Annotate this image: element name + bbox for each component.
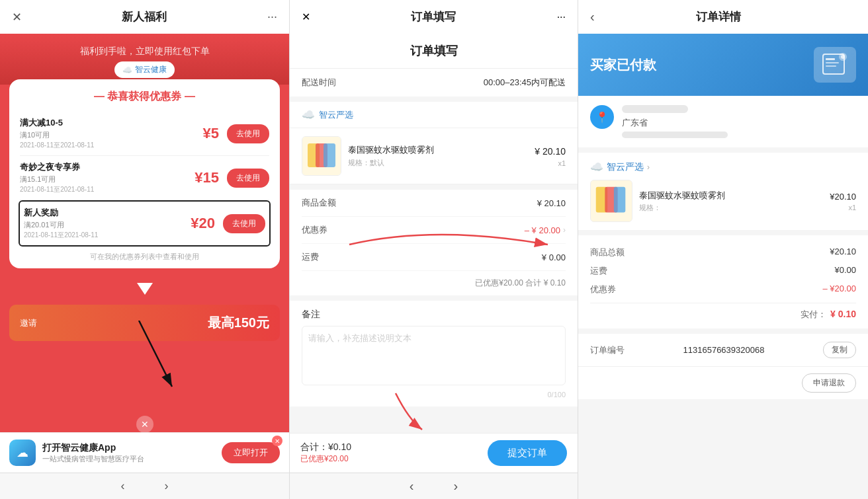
popup-hint: 可在我的优惠券列表中查看和使用: [20, 252, 269, 262]
coupon-item-1: 满大减10-5 满10可用 2021-08-11至2021-08-11 ¥5 去…: [20, 112, 269, 156]
coupon-amount-2: ¥15: [195, 169, 219, 186]
hero-area: 福利到手啦，立即使用红包下单 ☁️ 智云健康: [0, 34, 289, 85]
coupon-left-2: 奇妙之夜专享券 满15.1可用 2021-08-11至2021-08-11: [20, 161, 187, 194]
cost-subtotal-row: 商品总额 ¥20.10: [590, 243, 856, 262]
panel3-qty: x1: [830, 204, 856, 211]
shipping-row: 运费 ¥ 0.00: [302, 244, 566, 271]
use-btn-2[interactable]: 去使用: [227, 169, 269, 188]
refund-btn[interactable]: 申请退款: [802, 373, 856, 393]
app-logo[interactable]: ☁️ 智云健康: [114, 61, 175, 78]
app-banner-text: 打开智云健康App 一站式慢病管理与智慧医疗平台: [42, 442, 215, 464]
notes-textarea[interactable]: [302, 326, 566, 385]
panel2-merchant-name: 智云严选: [319, 109, 353, 121]
coupon-chevron: ›: [563, 225, 566, 235]
paid-banner: 买家已付款: [578, 34, 868, 96]
panel3-topbar: ‹ 订单详情: [578, 0, 868, 34]
panel3-product-row: 泰国驱蚊水驱蚊喷雾剂 规格： ¥20.10 x1: [590, 180, 856, 222]
cost-shipping-label: 运费: [590, 265, 607, 277]
buyer-info: 📍 广东省: [578, 96, 868, 153]
coupon-label: 优惠券: [302, 224, 327, 236]
paid-status: 买家已付款: [590, 56, 656, 74]
notes-label: 备注: [302, 309, 566, 321]
order-header: 订单填写: [290, 34, 578, 69]
coupon-amount-3: ¥20: [191, 215, 215, 232]
coupon-condition-3: 满20.01可用: [24, 220, 183, 230]
coupon-popup: — 恭喜获得优惠券 — 满大减10-5 满10可用 2021-08-11至202…: [9, 79, 280, 268]
banner-close-icon[interactable]: ✕: [272, 436, 282, 446]
panel3-product-price: ¥20.10 x1: [830, 190, 856, 211]
more-icon[interactable]: ···: [267, 10, 277, 24]
receipt-icon: [814, 47, 856, 83]
cost-subtotal-label: 商品总额: [590, 247, 625, 258]
coupon-value: – ¥ 20.00: [525, 225, 560, 235]
panel2-close-icon[interactable]: ✕: [302, 11, 310, 23]
cost-shipping-value: ¥0.00: [834, 265, 856, 277]
coupon-condition-2: 满15.1可用: [20, 174, 187, 184]
invite-area: 邀请 最高150元: [9, 305, 280, 341]
svg-rect-10: [826, 62, 839, 63]
pay-label: 实付：: [801, 309, 826, 321]
buyer-details: 广东省: [622, 105, 856, 138]
svg-rect-9: [826, 58, 835, 60]
invite-label: 邀请: [20, 317, 37, 329]
shipping-value: ¥ 0.00: [542, 252, 566, 262]
shipping-label: 运费: [302, 251, 319, 263]
coupon-name-1: 满大减10-5: [20, 117, 195, 129]
buyer-address-bar: [622, 132, 728, 138]
actual-pay-row: 实付： ¥ 0.10: [590, 303, 856, 321]
svg-rect-5: [324, 143, 335, 167]
notes-wrapper: 请输入，补充描述说明文本: [302, 326, 566, 388]
panel1-bottom-nav: ‹ ›: [0, 473, 289, 499]
panel3-product-info: 泰国驱蚊水驱蚊喷雾剂 规格：: [639, 190, 823, 213]
panel2-product-price: ¥ 20.10 x1: [535, 145, 566, 167]
subtotal-label: 商品金额: [302, 197, 336, 209]
coupon-condition-1: 满10可用: [20, 130, 195, 140]
copy-btn[interactable]: 复制: [823, 342, 856, 358]
use-btn-3[interactable]: 去使用: [223, 214, 265, 233]
coupon-row[interactable]: 优惠券 – ¥ 20.00 ›: [302, 217, 566, 244]
coupon-validity-3: 2021-08-11至2021-08-11: [24, 231, 183, 240]
delivery-time: 00:00–23:45内可配送: [484, 77, 566, 89]
panel2-more-icon[interactable]: ···: [557, 11, 566, 23]
footer-total-block: 合计：¥0.10 已优惠¥20.00: [300, 441, 351, 465]
coupon-amount-1: ¥5: [203, 125, 219, 142]
panel3-merchant-name[interactable]: ☁️ 智云严选 ›: [590, 161, 856, 173]
submit-order-btn[interactable]: 提交订单: [488, 440, 567, 466]
close-circle-btn[interactable]: ✕: [136, 416, 153, 433]
subtotal-row: 商品金额 ¥ 20.10: [302, 190, 566, 217]
order-footer: 合计：¥0.10 已优惠¥20.00 提交订单: [290, 433, 578, 473]
close-icon[interactable]: ✕: [12, 10, 22, 24]
panel1-nav-forward[interactable]: ›: [165, 479, 169, 493]
panel2-nav-back[interactable]: ‹: [410, 479, 414, 494]
panel3-product-name: 泰国驱蚊水驱蚊喷雾剂: [639, 190, 823, 202]
open-app-btn[interactable]: 立即打开: [222, 442, 280, 463]
coupon-left-3: 新人奖励 满20.01可用 2021-08-11至2021-08-11: [24, 207, 183, 240]
app-banner-main: 打开智云健康App: [42, 442, 215, 454]
panel2-price-num: ¥ 20.10: [535, 146, 566, 157]
panel3-merchant-section: ☁️ 智云严选 › 泰国驱蚊水驱蚊喷雾剂: [578, 153, 868, 235]
order-id-label: 订单编号: [590, 344, 625, 356]
receipt-svg: [822, 53, 848, 77]
coupon-name-2: 奇妙之夜专享券: [20, 161, 187, 173]
svg-rect-17: [614, 187, 625, 213]
price-section: 商品金额 ¥ 20.10 优惠券 – ¥ 20.00 › 运费 ¥ 0.00: [290, 190, 578, 271]
panel2-product-info: 泰国驱蚊水驱蚊喷雾剂 规格：默认: [348, 144, 528, 168]
cloud-icon: ☁️: [122, 65, 132, 75]
panel1-nav-back[interactable]: ‹: [121, 479, 125, 493]
panel3-cloud-icon: ☁️: [590, 161, 603, 173]
footer-total: 合计：¥0.10: [300, 441, 351, 453]
panel3-title: 订单详情: [595, 9, 843, 24]
hero-subtitle: 福利到手啦，立即使用红包下单: [13, 46, 276, 58]
panel3-back-icon[interactable]: ‹: [590, 9, 595, 24]
cloud-app-icon: ☁: [17, 445, 28, 460]
popup-arrow: [137, 283, 153, 295]
location-icon: 📍: [595, 111, 609, 124]
panel2-product-spec: 规格：默认: [348, 158, 528, 168]
delivery-label: 配送时间: [302, 77, 336, 89]
buyer-name-bar: [622, 105, 688, 113]
use-btn-1[interactable]: 去使用: [227, 124, 269, 143]
invite-amount: 最高150元: [208, 314, 269, 332]
cost-subtotal-value: ¥20.10: [830, 247, 856, 258]
panel2-nav-forward[interactable]: ›: [454, 479, 458, 494]
pay-value: ¥ 0.10: [830, 309, 856, 321]
